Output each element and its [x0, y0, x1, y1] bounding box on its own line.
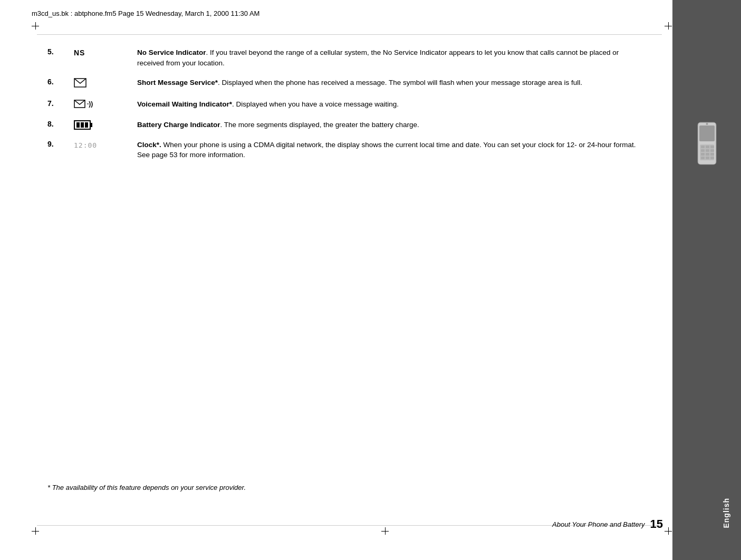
- svg-rect-13: [706, 153, 709, 156]
- svg-rect-17: [710, 157, 714, 159]
- item-row-8: 8. Battery Charge Indicator. The more se…: [47, 120, 646, 130]
- footer-area: About Your Phone and Battery 15: [32, 517, 667, 531]
- svg-rect-9: [701, 149, 705, 152]
- page-header: m3cd_us.bk : abtphone.fm5 Page 15 Wednes…: [32, 9, 667, 17]
- item-number-5: 5.: [47, 47, 74, 56]
- item-text-9: When your phone is using a CDMA digital …: [137, 141, 636, 159]
- header-text: m3cd_us.bk : abtphone.fm5 Page 15 Wednes…: [32, 9, 259, 17]
- item-icon-9: 12:00: [74, 140, 137, 150]
- ns-icon: NS: [74, 49, 85, 57]
- svg-rect-14: [710, 153, 714, 156]
- item-desc-7: Voicemail Waiting Indicator*. Displayed …: [137, 99, 646, 110]
- svg-rect-15: [701, 157, 705, 159]
- clock-icon: 12:00: [74, 141, 97, 149]
- item-title-8: Battery Charge Indicator: [137, 121, 220, 129]
- item-text-7: . Displayed when you have a voice messag…: [232, 100, 399, 108]
- item-number-9: 9.: [47, 140, 74, 148]
- item-desc-5: No Service Indicator. If you travel beyo…: [137, 47, 646, 68]
- item-text-6: . Displayed when the phone has received …: [218, 79, 582, 86]
- item-number-6: 6.: [47, 78, 74, 86]
- svg-rect-8: [710, 146, 714, 148]
- footnote-text: * The availability of this feature depen…: [47, 484, 246, 491]
- item-number-8: 8.: [47, 120, 74, 128]
- wave-icon: ·)): [87, 100, 93, 108]
- svg-point-4: [706, 123, 708, 125]
- svg-rect-16: [706, 157, 709, 159]
- top-line: [37, 34, 662, 35]
- item-row-9: 9. 12:00 Clock*. When your phone is usin…: [47, 140, 646, 160]
- items-table: 5. NS No Service Indicator. If you trave…: [47, 47, 646, 160]
- battery-bar-1: [76, 122, 80, 128]
- footer-page-number: 15: [650, 517, 663, 531]
- right-sidebar: English: [672, 0, 741, 560]
- svg-rect-11: [710, 149, 714, 152]
- svg-rect-3: [699, 125, 715, 141]
- battery-tip: [91, 123, 92, 127]
- svg-rect-7: [706, 146, 709, 148]
- phone-illustration: [692, 121, 721, 169]
- item-icon-8: [74, 120, 137, 130]
- sidebar-english-label: English: [722, 498, 730, 528]
- item-desc-8: Battery Charge Indicator. The more segme…: [137, 120, 646, 130]
- footnote: * The availability of this feature depen…: [47, 484, 246, 491]
- svg-rect-6: [701, 146, 705, 148]
- item-icon-7: ·)): [74, 99, 137, 110]
- phone-svg-icon: [692, 121, 721, 169]
- item-title-9: Clock*.: [137, 141, 161, 149]
- page-container: m3cd_us.bk : abtphone.fm5 Page 15 Wednes…: [32, 0, 741, 560]
- content-area: 5. NS No Service Indicator. If you trave…: [47, 47, 646, 497]
- item-title-7: Voicemail Waiting Indicator*: [137, 100, 232, 108]
- corner-mark-tl: [32, 22, 42, 33]
- item-desc-6: Short Message Service*. Displayed when t…: [137, 78, 646, 88]
- item-row-7: 7. ·)) Voicemail Waiting Indicator*. Dis…: [47, 99, 646, 110]
- battery-icon: [74, 120, 91, 130]
- item-text-8: . The more segments displayed, the great…: [220, 121, 419, 129]
- item-row-5: 5. NS No Service Indicator. If you trave…: [47, 47, 646, 68]
- item-desc-9: Clock*. When your phone is using a CDMA …: [137, 140, 646, 160]
- item-title-5: No Service Indicator: [137, 49, 206, 56]
- svg-rect-10: [706, 149, 709, 152]
- item-row-6: 6. Short Message Service*. Displayed whe…: [47, 78, 646, 90]
- voicemail-envelope-icon: [74, 100, 85, 108]
- item-icon-5: NS: [74, 47, 137, 57]
- item-title-6: Short Message Service*: [137, 79, 218, 86]
- item-icon-6: [74, 78, 137, 90]
- envelope-icon: [74, 78, 86, 88]
- item-number-7: 7.: [47, 99, 74, 108]
- svg-rect-12: [701, 153, 705, 156]
- footer-text: About Your Phone and Battery: [552, 520, 644, 528]
- battery-bar-3: [85, 122, 88, 128]
- item-text-5: . If you travel beyond the range of a ce…: [137, 49, 619, 67]
- battery-bar-2: [81, 122, 84, 128]
